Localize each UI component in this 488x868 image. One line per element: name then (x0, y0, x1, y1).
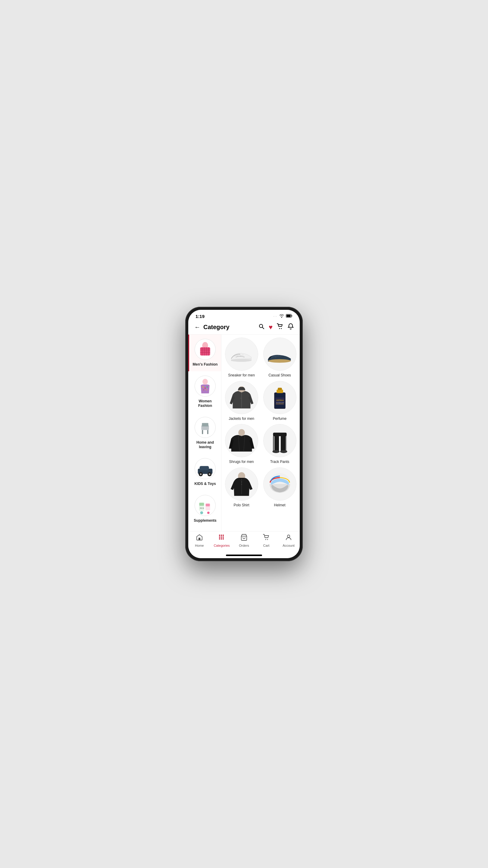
svg-rect-86 (221, 538, 222, 539)
svg-rect-67 (273, 436, 274, 451)
product-label-polo: Polo Shirt (233, 503, 249, 508)
nav-home[interactable]: Home (188, 534, 210, 547)
svg-rect-80 (221, 535, 222, 536)
svg-rect-78 (198, 538, 200, 540)
womens-fashion-avatar (195, 375, 216, 397)
svg-rect-1 (287, 315, 291, 317)
battery-icon (286, 313, 293, 319)
product-label-casual-shoes: Casual Shoes (268, 373, 291, 378)
product-card-sneaker[interactable]: Sneaker for men (224, 338, 259, 378)
phone-frame: 1:19 ··· (185, 307, 303, 561)
product-image-perfume: USTRAA AFTER DAY (263, 381, 296, 414)
svg-rect-59 (276, 404, 284, 404)
bottom-navigation: Home Categories (188, 531, 300, 552)
product-card-perfume[interactable]: USTRAA AFTER DAY Perfume (262, 381, 297, 421)
status-bar: 1:19 ··· (188, 310, 300, 321)
svg-rect-83 (221, 536, 222, 538)
product-label-track-pants: Track Pants (270, 460, 290, 464)
sidebar-item-home-leaving[interactable]: Home and leaving (188, 412, 221, 454)
wifi-icon (279, 313, 284, 319)
svg-point-63 (264, 424, 296, 457)
orders-nav-label: Orders (239, 544, 249, 547)
womens-fashion-label: Women Fashion (192, 399, 219, 408)
supplements-avatar: RICE (195, 495, 216, 516)
product-label-shrugs: Shrugs for men (229, 460, 254, 464)
main-content: Men's Fashion (188, 335, 300, 531)
svg-rect-81 (223, 535, 224, 536)
product-label-sneaker: Sneaker for men (228, 373, 255, 378)
svg-point-18 (202, 386, 204, 388)
account-nav-label: Account (283, 544, 295, 547)
svg-rect-79 (219, 535, 220, 536)
product-image-track-pants (263, 424, 296, 457)
svg-point-89 (267, 539, 268, 540)
mens-fashion-avatar (195, 339, 216, 360)
svg-point-19 (204, 387, 206, 389)
product-card-helmet[interactable]: Helmet (262, 467, 297, 508)
product-image-jackets: N (225, 381, 258, 414)
header-left: ← Category (194, 324, 230, 331)
status-icons: ··· (273, 313, 293, 319)
home-leaving-label: Home and leaving (192, 440, 219, 450)
sidebar-item-supplements[interactable]: RICE Supplements (188, 491, 221, 527)
cart-icon[interactable] (277, 323, 284, 331)
svg-point-45 (264, 338, 296, 370)
sidebar-item-womens-fashion[interactable]: Women Fashion (188, 371, 221, 412)
product-image-shrugs (225, 424, 258, 457)
svg-point-88 (265, 539, 266, 540)
svg-rect-27 (207, 430, 208, 434)
svg-rect-25 (202, 423, 208, 427)
product-card-casual-shoes[interactable]: Casual Shoes (262, 338, 297, 378)
category-sidebar: Men's Fashion (188, 335, 221, 531)
bell-icon[interactable] (288, 323, 294, 331)
home-nav-label: Home (195, 544, 204, 547)
sidebar-item-kids-toys[interactable]: KIDS & Toys (188, 454, 221, 491)
home-bar (226, 555, 262, 556)
nav-cart[interactable]: Cart (255, 534, 278, 547)
back-button[interactable]: ← (194, 324, 200, 331)
svg-rect-55 (278, 388, 282, 390)
header: ← Category ♥ (188, 321, 300, 335)
svg-line-3 (262, 327, 264, 329)
product-image-casual-shoes (263, 338, 296, 371)
status-time: 1:19 (195, 314, 204, 319)
product-grid: Sneaker for men (221, 335, 300, 531)
svg-text:AFTER DAY: AFTER DAY (276, 402, 284, 403)
cart-nav-label: Cart (263, 544, 270, 547)
product-image-helmet (263, 467, 296, 501)
sidebar-item-mens-fashion[interactable]: Men's Fashion (188, 335, 221, 371)
nav-categories[interactable]: Categories (210, 534, 233, 547)
product-card-jackets[interactable]: N Jackets for men (224, 381, 259, 421)
svg-text:N: N (240, 397, 242, 400)
svg-rect-82 (219, 536, 220, 538)
page-title: Category (203, 324, 230, 331)
svg-point-44 (231, 359, 252, 362)
product-card-shrugs[interactable]: Shrugs for men (224, 424, 259, 464)
svg-text:RICE: RICE (200, 507, 204, 509)
home-leaving-avatar (195, 417, 216, 438)
svg-rect-37 (199, 503, 204, 506)
nav-orders[interactable]: Orders (233, 534, 255, 547)
search-icon[interactable] (258, 323, 264, 331)
nav-account[interactable]: Account (278, 534, 300, 547)
cart-nav-icon (263, 534, 270, 543)
svg-point-41 (200, 511, 203, 514)
account-nav-icon (285, 534, 292, 543)
svg-point-4 (279, 328, 280, 329)
wishlist-icon[interactable]: ♥ (269, 323, 272, 331)
product-card-polo[interactable]: Polo Shirt (224, 467, 259, 508)
svg-point-17 (202, 378, 207, 384)
svg-point-34 (209, 473, 210, 475)
svg-rect-26 (202, 430, 203, 434)
orders-nav-icon (240, 534, 248, 543)
product-image-polo (225, 467, 258, 501)
svg-point-33 (200, 473, 202, 475)
home-nav-icon (196, 534, 203, 543)
svg-rect-87 (223, 538, 224, 539)
svg-point-22 (206, 390, 207, 390)
svg-point-21 (203, 390, 204, 390)
product-card-track-pants[interactable]: Track Pants (262, 424, 297, 464)
supplements-label: Supplements (194, 518, 216, 523)
svg-point-35 (195, 495, 216, 516)
kids-toys-avatar (195, 458, 216, 479)
